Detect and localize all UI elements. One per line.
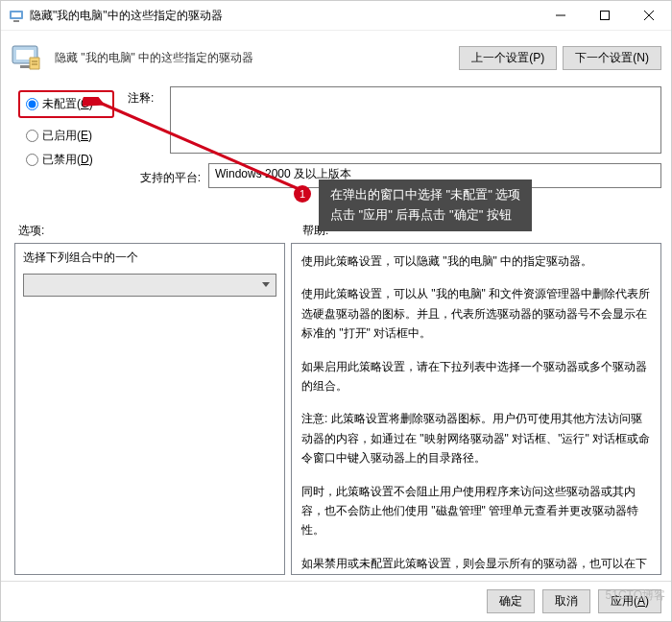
watermark: 51CTO博客: [606, 587, 665, 604]
ok-button[interactable]: 确定: [487, 589, 535, 613]
maximize-button[interactable]: [583, 1, 627, 30]
callout-line-1: 在弹出的窗口中选择 "未配置" 选项: [330, 185, 520, 205]
titlebar: 隐藏"我的电脑"中的这些指定的驱动器: [1, 1, 671, 31]
next-setting-button[interactable]: 下一个设置(N): [563, 46, 661, 70]
header: 隐藏 "我的电脑" 中的这些指定的驱动器 上一个设置(P) 下一个设置(N): [1, 31, 671, 79]
radio-not-configured-highlight: 未配置(C): [18, 90, 114, 118]
radio-not-configured-label[interactable]: 未配置(C): [42, 96, 93, 112]
options-pane: 选择下列组合中的一个: [14, 243, 285, 575]
callout-badge: 1: [294, 185, 311, 203]
options-section-label: 选项:: [18, 223, 302, 239]
svg-rect-1: [12, 12, 21, 17]
callout-line-2: 点击 "应用" 后再点击 "确定" 按钮: [330, 205, 520, 226]
cancel-button[interactable]: 取消: [542, 589, 590, 613]
comment-textarea[interactable]: [170, 86, 661, 154]
platform-label: 支持的平台:: [128, 166, 201, 186]
radio-column: 未配置(C) 已启用(E) 已禁用(D): [18, 84, 114, 188]
svg-line-6: [644, 11, 654, 20]
drive-combo-dropdown[interactable]: [23, 274, 276, 297]
close-button[interactable]: [627, 1, 671, 30]
svg-line-5: [644, 11, 654, 20]
help-paragraph: 使用此策略设置，可以从 "我的电脑" 和文件资源管理器中删除代表所选硬盘驱动器的…: [301, 284, 651, 343]
help-paragraph: 同时，此策略设置不会阻止用户使用程序来访问这些驱动器或其内容，也不会防止他们使用…: [301, 482, 651, 540]
svg-rect-2: [13, 20, 19, 22]
prev-setting-button[interactable]: 上一个设置(P): [459, 46, 557, 70]
policy-icon: [11, 40, 45, 75]
footer: 确定 取消 应用(A): [1, 581, 671, 621]
help-paragraph: 使用此策略设置，可以隐藏 "我的电脑" 中的指定驱动器。: [301, 251, 651, 271]
radio-not-configured[interactable]: [26, 98, 38, 110]
policy-title: 隐藏 "我的电脑" 中的这些指定的驱动器: [55, 50, 449, 66]
comment-label: 注释:: [128, 86, 162, 107]
instruction-callout: 1 在弹出的窗口中选择 "未配置" 选项 点击 "应用" 后再点击 "确定" 按…: [294, 179, 532, 231]
help-paragraph: 如果禁用或未配置此策略设置，则会显示所有的驱动器，也可以在下拉列表中选择 "不限…: [301, 554, 651, 575]
config-panel: 未配置(C) 已启用(E) 已禁用(D) 注释: 支持的平台: Windows …: [1, 79, 671, 194]
window-title: 隐藏"我的电脑"中的这些指定的驱动器: [30, 8, 539, 24]
radio-enabled[interactable]: [26, 130, 38, 142]
app-icon: [9, 8, 24, 23]
svg-rect-4: [601, 12, 610, 20]
radio-enabled-label[interactable]: 已启用(E): [42, 128, 92, 144]
help-pane[interactable]: 使用此策略设置，可以隐藏 "我的电脑" 中的指定驱动器。使用此策略设置，可以从 …: [291, 243, 661, 575]
callout-box: 在弹出的窗口中选择 "未配置" 选项 点击 "应用" 后再点击 "确定" 按钮: [319, 179, 532, 231]
minimize-button[interactable]: [539, 1, 583, 30]
help-paragraph: 如果启用此策略设置，请在下拉列表中选择一个驱动器或多个驱动器的组合。: [301, 357, 651, 396]
radio-disabled[interactable]: [26, 154, 38, 166]
svg-rect-9: [20, 65, 30, 68]
help-paragraph: 注意: 此策略设置将删除驱动器图标。用户仍可使用其他方法访问驱动器的内容，如通过…: [301, 409, 651, 467]
radio-disabled-label[interactable]: 已禁用(D): [42, 152, 93, 168]
options-hint: 选择下列组合中的一个: [15, 244, 284, 272]
